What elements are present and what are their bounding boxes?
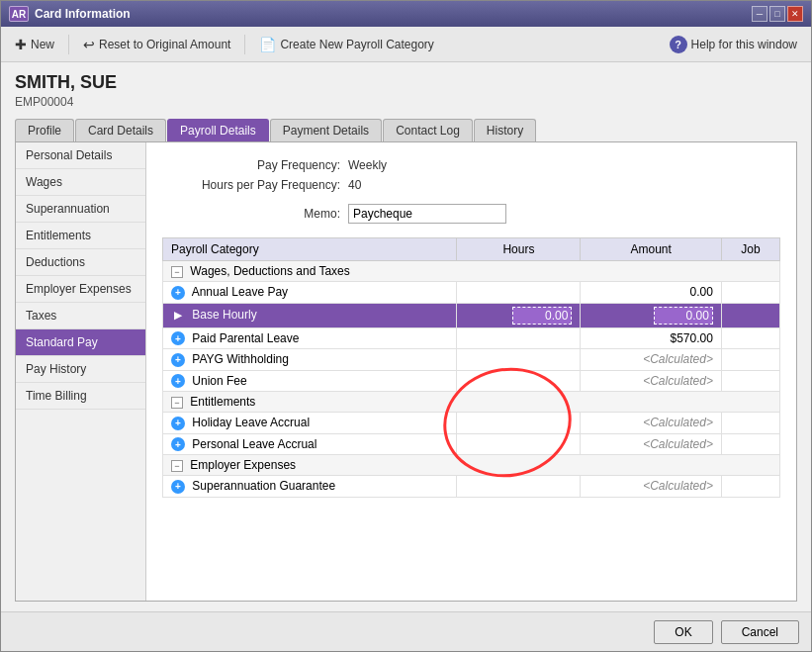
add-annual-leave-icon[interactable]: +: [171, 286, 185, 300]
left-sidebar: Personal Details Wages Superannuation En…: [16, 142, 146, 601]
col-header-job: Job: [721, 238, 779, 261]
title-bar: AR Card Information ─ □ ✕: [1, 1, 811, 27]
close-button[interactable]: ✕: [787, 6, 803, 22]
payg-amount-cell: <Calculated>: [581, 349, 721, 371]
row-base-hourly[interactable]: ▶ Base Hourly: [163, 303, 780, 327]
sidebar-item-pay-history[interactable]: Pay History: [16, 356, 145, 383]
sidebar-item-entitlements[interactable]: Entitlements: [16, 223, 145, 249]
union-fee-amount-cell: <Calculated>: [581, 370, 721, 392]
annual-leave-pay-cell: + Annual Leave Pay: [163, 282, 457, 304]
help-button[interactable]: ? Help for this window: [664, 34, 803, 55]
paid-parental-label: Paid Parental Leave: [192, 331, 299, 345]
pay-info: Pay Frequency: Weekly Hours per Pay Freq…: [162, 158, 780, 192]
tab-card-details[interactable]: Card Details: [75, 119, 166, 141]
row-personal-leave[interactable]: + Personal Leave Accrual <Calculated>: [163, 433, 780, 455]
row-paid-parental-leave[interactable]: + Paid Parental Leave $570.00: [163, 327, 780, 349]
hours-value: 40: [348, 178, 361, 192]
tab-profile[interactable]: Profile: [15, 119, 74, 141]
superannuation-cell: + Superannuation Guarantee: [163, 476, 457, 498]
add-holiday-leave-icon[interactable]: +: [171, 417, 185, 430]
new-label: New: [31, 38, 54, 51]
sidebar-item-employer-expenses[interactable]: Employer Expenses: [16, 276, 145, 303]
memo-input[interactable]: [348, 204, 506, 224]
base-hourly-job-cell: [721, 303, 779, 327]
main-panel: Pay Frequency: Weekly Hours per Pay Freq…: [146, 142, 796, 601]
section-employer-expenses: − Employer Expenses: [163, 455, 780, 476]
reset-button[interactable]: ↩ Reset to Original Amount: [77, 35, 236, 54]
base-hourly-amount-input[interactable]: [654, 307, 713, 325]
title-bar-left: AR Card Information: [9, 6, 131, 22]
content-area: SMITH, SUE EMP00004 Profile Card Details…: [1, 62, 811, 611]
ar-icon: AR: [9, 6, 29, 22]
tab-history[interactable]: History: [474, 119, 536, 141]
holiday-leave-amount-cell: <Calculated>: [581, 413, 721, 434]
arrow-base-hourly-icon[interactable]: ▶: [171, 309, 185, 323]
tab-payroll-details[interactable]: Payroll Details: [167, 119, 269, 141]
separator-1: [68, 35, 69, 54]
sidebar-item-wages[interactable]: Wages: [16, 169, 145, 196]
main-tabs: Profile Card Details Payroll Details Pay…: [15, 119, 797, 141]
employee-name: SMITH, SUE: [15, 72, 797, 93]
reset-icon: ↩: [83, 37, 95, 52]
col-header-hours: Hours: [457, 238, 581, 261]
col-header-amount: Amount: [581, 238, 721, 261]
main-window: AR Card Information ─ □ ✕ ✚ New ↩ Reset …: [0, 0, 812, 652]
personal-leave-hours-cell: [457, 433, 581, 455]
sidebar-item-taxes[interactable]: Taxes: [16, 303, 145, 329]
tab-contact-log[interactable]: Contact Log: [383, 119, 473, 141]
personal-leave-job-cell: [721, 433, 779, 455]
superannuation-job-cell: [721, 476, 779, 498]
paid-parental-amount-cell: $570.00: [581, 327, 721, 349]
minimize-button[interactable]: ─: [752, 6, 767, 22]
tab-payment-details[interactable]: Payment Details: [270, 119, 382, 141]
toolbar: ✚ New ↩ Reset to Original Amount 📄 Creat…: [1, 27, 811, 62]
cancel-button[interactable]: Cancel: [721, 620, 799, 644]
new-button[interactable]: ✚ New: [9, 35, 60, 54]
payg-label: PAYG Withholding: [192, 352, 289, 366]
add-superannuation-icon[interactable]: +: [171, 480, 185, 494]
sidebar-item-deductions[interactable]: Deductions: [16, 249, 145, 276]
window-title: Card Information: [35, 7, 131, 21]
pay-frequency-value: Weekly: [348, 158, 387, 172]
sidebar-item-time-billing[interactable]: Time Billing: [16, 383, 145, 410]
sidebar-item-superannuation[interactable]: Superannuation: [16, 196, 145, 223]
hours-label: Hours per Pay Frequency:: [162, 178, 340, 192]
add-personal-leave-icon[interactable]: +: [171, 437, 185, 451]
superannuation-amount-cell: <Calculated>: [581, 476, 721, 498]
sidebar-item-personal-details[interactable]: Personal Details: [16, 142, 145, 169]
footer: OK Cancel: [1, 611, 811, 651]
holiday-leave-label: Holiday Leave Accrual: [192, 416, 310, 429]
superannuation-hours-cell: [457, 476, 581, 498]
section-employer-expenses-label: Employer Expenses: [190, 458, 296, 472]
union-fee-hours-cell: [457, 370, 581, 392]
tab-content: Personal Details Wages Superannuation En…: [15, 141, 797, 602]
payg-hours-cell: [457, 349, 581, 371]
title-bar-controls: ─ □ ✕: [752, 6, 803, 22]
section-wages-label: Wages, Deductions and Taxes: [190, 264, 349, 278]
row-union-fee[interactable]: + Union Fee <Calculated>: [163, 370, 780, 392]
ok-button[interactable]: OK: [654, 620, 712, 644]
collapse-wages-icon[interactable]: −: [171, 266, 183, 278]
add-payg-icon[interactable]: +: [171, 353, 185, 367]
restore-button[interactable]: □: [769, 6, 785, 22]
add-paid-parental-icon[interactable]: +: [171, 331, 185, 345]
sidebar-item-standard-pay[interactable]: Standard Pay: [16, 329, 145, 356]
row-payg-withholding[interactable]: + PAYG Withholding <Calculated>: [163, 349, 780, 371]
base-hourly-hours-input[interactable]: [512, 307, 572, 325]
help-icon: ?: [670, 36, 687, 53]
union-fee-label: Union Fee: [192, 374, 246, 388]
personal-leave-amount-cell: <Calculated>: [581, 433, 721, 455]
pay-frequency-row: Pay Frequency: Weekly: [162, 158, 780, 172]
union-fee-job-cell: [721, 370, 779, 392]
row-annual-leave-pay[interactable]: + Annual Leave Pay 0.00: [163, 282, 780, 304]
collapse-employer-icon[interactable]: −: [171, 460, 183, 472]
row-superannuation-guarantee[interactable]: + Superannuation Guarantee <Calculated>: [163, 476, 780, 498]
payroll-table: Payroll Category Hours Amount Job − Wage…: [162, 237, 780, 498]
create-payroll-button[interactable]: 📄 Create New Payroll Category: [253, 35, 439, 54]
collapse-entitlements-icon[interactable]: −: [171, 397, 183, 409]
holiday-leave-hours-cell: [457, 413, 581, 434]
payg-cell: + PAYG Withholding: [163, 349, 457, 371]
row-holiday-leave[interactable]: + Holiday Leave Accrual <Calculated>: [163, 413, 780, 434]
add-union-fee-icon[interactable]: +: [171, 374, 185, 388]
paid-parental-hours-cell: [457, 327, 581, 349]
